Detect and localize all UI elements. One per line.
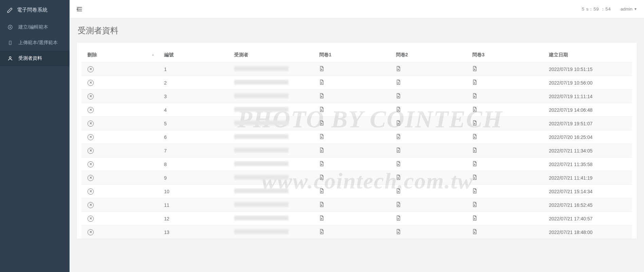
bars-indent-icon xyxy=(76,7,82,12)
file-icon[interactable] xyxy=(319,107,324,112)
session-timer: 5 s：59 ：54 xyxy=(582,6,611,12)
file-icon[interactable] xyxy=(472,120,477,126)
data-panel: PHOTO BY COINTECH www.cointech.com.tw 刪除… xyxy=(76,42,637,239)
subjects-table: 刪除 ▲ 編號 受測者 問卷1 問卷2 問卷3 建立日期 ✕12022/07/1… xyxy=(81,49,632,239)
cell-no: 1 xyxy=(158,62,228,76)
delete-button[interactable]: ✕ xyxy=(88,93,94,99)
cell-subject xyxy=(228,212,313,225)
page-title: 受測者資料 xyxy=(78,25,636,36)
subject-redacted xyxy=(234,93,288,98)
delete-button[interactable]: ✕ xyxy=(88,134,94,140)
sidebar-item-subject-data[interactable]: 受測者資料 xyxy=(0,51,70,66)
th-q3[interactable]: 問卷3 xyxy=(466,49,543,62)
file-icon[interactable] xyxy=(319,120,324,126)
cell-created: 2022/07/21 11:34:05 xyxy=(543,144,632,158)
file-icon[interactable] xyxy=(319,147,324,153)
user-icon xyxy=(7,56,14,61)
cell-no: 5 xyxy=(158,117,228,130)
table-row: ✕72022/07/21 11:34:05 xyxy=(81,144,632,158)
file-icon[interactable] xyxy=(319,215,324,221)
th-created[interactable]: 建立日期 xyxy=(543,49,632,62)
file-icon[interactable] xyxy=(396,66,401,71)
file-icon[interactable] xyxy=(319,229,324,234)
file-icon[interactable] xyxy=(396,120,401,126)
file-icon[interactable] xyxy=(396,93,401,98)
subject-redacted xyxy=(234,175,288,180)
file-icon[interactable] xyxy=(472,175,477,180)
th-q1[interactable]: 問卷1 xyxy=(313,49,390,62)
cell-created: 2022/07/21 16:52:45 xyxy=(543,198,632,212)
delete-button[interactable]: ✕ xyxy=(88,229,94,235)
file-icon[interactable] xyxy=(396,188,401,194)
delete-button[interactable]: ✕ xyxy=(88,188,94,195)
content: PHOTO BY COINTECH www.cointech.com.tw 刪除… xyxy=(70,42,644,272)
delete-button[interactable]: ✕ xyxy=(88,202,94,208)
delete-button[interactable]: ✕ xyxy=(88,121,94,127)
sidebar-item-upload-template[interactable]: 上傳範本/選擇範本 xyxy=(0,35,70,51)
sidebar-toggle-button[interactable] xyxy=(76,7,82,12)
file-icon[interactable] xyxy=(472,79,477,85)
subject-redacted xyxy=(234,107,288,112)
file-icon[interactable] xyxy=(472,107,477,112)
file-icon[interactable] xyxy=(319,79,324,85)
subject-redacted xyxy=(234,216,288,220)
th-q2[interactable]: 問卷2 xyxy=(390,49,467,62)
subject-redacted xyxy=(234,66,288,71)
file-icon[interactable] xyxy=(319,175,324,180)
file-icon[interactable] xyxy=(319,202,324,207)
cell-subject xyxy=(228,185,313,198)
sort-asc-icon: ▲ xyxy=(151,53,155,56)
delete-button[interactable]: ✕ xyxy=(88,175,94,181)
file-icon[interactable] xyxy=(319,161,324,166)
cell-no: 3 xyxy=(158,90,228,103)
file-icon[interactable] xyxy=(396,134,401,139)
file-icon[interactable] xyxy=(472,161,477,166)
file-icon[interactable] xyxy=(396,215,401,221)
cell-created: 2022/07/19 14:06:48 xyxy=(543,103,632,117)
cell-no: 9 xyxy=(158,171,228,185)
file-icon[interactable] xyxy=(396,229,401,234)
delete-button[interactable]: ✕ xyxy=(88,161,94,167)
brand: 電子問卷系統 xyxy=(0,0,70,19)
user-menu[interactable]: admin ▼ xyxy=(621,6,637,12)
file-icon[interactable] xyxy=(472,147,477,153)
delete-button[interactable]: ✕ xyxy=(88,148,94,154)
file-icon[interactable] xyxy=(472,66,477,71)
file-icon[interactable] xyxy=(396,147,401,153)
file-icon[interactable] xyxy=(396,79,401,85)
subject-redacted xyxy=(234,121,288,125)
file-icon[interactable] xyxy=(472,215,477,221)
file-icon[interactable] xyxy=(472,134,477,139)
table-row: ✕122022/07/21 17:40:57 xyxy=(81,212,632,225)
file-icon[interactable] xyxy=(396,161,401,166)
file-icon[interactable] xyxy=(319,188,324,194)
subject-redacted xyxy=(234,202,288,207)
file-icon[interactable] xyxy=(472,188,477,194)
cell-created: 2022/07/21 17:40:57 xyxy=(543,212,632,225)
th-subject[interactable]: 受測者 xyxy=(228,49,313,62)
file-icon[interactable] xyxy=(472,93,477,98)
file-icon[interactable] xyxy=(472,229,477,234)
file-icon[interactable] xyxy=(319,66,324,71)
delete-button[interactable]: ✕ xyxy=(88,80,94,86)
file-icon[interactable] xyxy=(396,202,401,207)
delete-button[interactable]: ✕ xyxy=(88,66,94,72)
file-icon[interactable] xyxy=(319,93,324,98)
cell-no: 2 xyxy=(158,76,228,90)
file-icon[interactable] xyxy=(472,202,477,207)
file-icon[interactable] xyxy=(396,175,401,180)
delete-button[interactable]: ✕ xyxy=(88,216,94,222)
delete-button[interactable]: ✕ xyxy=(88,107,94,113)
topbar: 5 s：59 ：54 admin ▼ xyxy=(70,0,644,18)
file-icon[interactable] xyxy=(396,107,401,112)
sidebar-item-create-template[interactable]: 建立/編輯範本 xyxy=(0,19,70,35)
cell-subject xyxy=(228,103,313,117)
sidebar-item-label: 建立/編輯範本 xyxy=(18,24,48,30)
file-icon[interactable] xyxy=(319,134,324,139)
th-no[interactable]: 編號 xyxy=(158,49,228,62)
table-row: ✕92022/07/21 11:41:19 xyxy=(81,171,632,185)
nav: 建立/編輯範本 上傳範本/選擇範本 受測者資料 xyxy=(0,19,70,66)
table-row: ✕12022/07/19 10:51:15 xyxy=(81,62,632,76)
th-delete[interactable]: 刪除 ▲ xyxy=(81,49,158,62)
subject-redacted xyxy=(234,134,288,139)
